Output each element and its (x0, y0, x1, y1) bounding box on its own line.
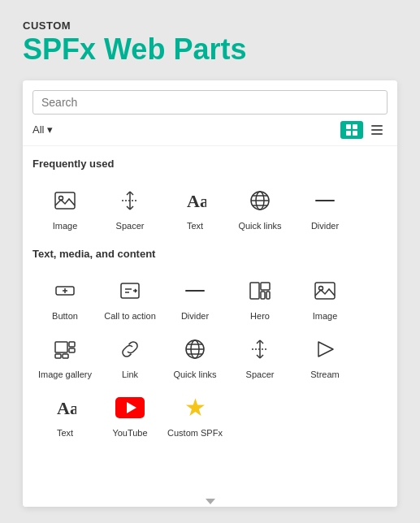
webpart-image2[interactable]: Image (292, 268, 357, 326)
svg-rect-6 (371, 133, 383, 135)
search-input[interactable] (32, 90, 388, 115)
webpart-quicklinks-label: Quick links (238, 221, 281, 231)
calltoaction-icon (114, 274, 146, 307)
panel-scroll[interactable]: Frequently used Image Spacer Aa (23, 146, 397, 494)
header-title: SPFx Web Parts (23, 33, 397, 66)
webpart-quicklinks[interactable]: Quick links (227, 178, 292, 236)
svg-rect-3 (353, 131, 357, 136)
webpart-text-label: Text (187, 221, 203, 231)
webpart-button[interactable]: Button (32, 268, 97, 326)
web-parts-panel: All ▾ (23, 80, 397, 507)
image-icon (49, 184, 81, 217)
header-label: CUSTOM (23, 19, 397, 32)
svg-rect-23 (250, 283, 259, 299)
spacer-icon (114, 184, 146, 217)
webpart-imagegallery[interactable]: Image gallery (32, 326, 97, 385)
text-media-grid: Button Call to action Divider (32, 268, 388, 444)
grid-view-toggle[interactable] (340, 121, 363, 139)
text2-icon: Aa (49, 391, 81, 424)
svg-rect-33 (63, 354, 68, 358)
webpart-spacer2-label: Spacer (246, 370, 275, 380)
panel-top: All ▾ (23, 80, 397, 146)
svg-rect-30 (69, 342, 75, 347)
svg-rect-29 (55, 342, 67, 352)
quicklinks-icon (244, 184, 276, 217)
svg-rect-0 (346, 124, 351, 129)
webpart-spacer2[interactable]: Spacer (227, 326, 292, 385)
filter-all-label: All (32, 123, 44, 136)
button-icon (49, 274, 81, 307)
frequently-used-grid: Image Spacer Aa Text (32, 178, 388, 236)
youtube-play-triangle (127, 402, 136, 413)
grid-icon (345, 123, 358, 136)
webpart-stream[interactable]: Stream (292, 326, 357, 385)
divider-icon (309, 184, 341, 217)
filter-icons (340, 121, 388, 139)
svg-rect-25 (261, 292, 265, 299)
svg-marker-45 (318, 342, 333, 357)
chevron-down-icon: ▾ (47, 123, 53, 136)
svg-rect-5 (371, 129, 383, 131)
webpart-text[interactable]: Aa Text (162, 178, 227, 236)
svg-rect-26 (266, 292, 270, 299)
svg-rect-24 (261, 283, 270, 290)
divider2-icon (179, 274, 211, 307)
webpart-spacer[interactable]: Spacer (97, 178, 162, 236)
svg-text:Aa: Aa (57, 398, 76, 418)
webpart-calltoaction-label: Call to action (104, 311, 156, 322)
image2-icon (309, 274, 341, 307)
webpart-customspfx-label: Custom SPFx (167, 428, 223, 439)
svg-rect-2 (346, 131, 351, 136)
link-icon (114, 333, 146, 365)
webpart-link[interactable]: Link (97, 326, 162, 385)
webpart-quicklinks2[interactable]: Quick links (162, 326, 227, 385)
filter-row: All ▾ (32, 121, 388, 139)
text-icon: Aa (179, 184, 211, 217)
webpart-text2-label: Text (57, 428, 73, 439)
svg-text:Aa: Aa (187, 191, 206, 211)
svg-rect-27 (315, 283, 335, 299)
webpart-youtube[interactable]: YouTube (97, 385, 162, 443)
webpart-quicklinks2-label: Quick links (173, 370, 216, 380)
webpart-spacer-label: Spacer (116, 221, 145, 231)
stream-icon (309, 333, 341, 365)
svg-marker-47 (206, 499, 215, 504)
webpart-youtube-label: YouTube (112, 428, 147, 439)
webpart-divider[interactable]: Divider (292, 178, 357, 236)
webpart-button-label: Button (52, 311, 78, 322)
imagegallery-icon (49, 333, 81, 365)
webpart-image[interactable]: Image (32, 178, 97, 236)
webpart-link-label: Link (122, 370, 138, 380)
quicklinks2-icon (179, 333, 211, 365)
webpart-image2-label: Image (313, 311, 338, 322)
star-icon: ★ (184, 395, 206, 420)
scroll-down-icon (204, 497, 217, 505)
section-frequently-used-label: Frequently used (32, 158, 388, 170)
svg-rect-1 (353, 124, 357, 129)
svg-rect-32 (55, 354, 61, 358)
webpart-customspfx[interactable]: ★ Custom SPFx (162, 385, 227, 443)
filter-all-dropdown[interactable]: All ▾ (32, 123, 53, 136)
webpart-divider2-label: Divider (181, 311, 209, 322)
webpart-calltoaction[interactable]: Call to action (97, 268, 162, 326)
list-icon (370, 123, 383, 136)
youtube-icon (114, 391, 146, 424)
webpart-text2[interactable]: Aa Text (32, 385, 97, 443)
webpart-image-label: Image (53, 221, 78, 231)
webpart-hero-label: Hero (250, 311, 270, 322)
svg-rect-4 (371, 125, 383, 127)
page-wrapper: CUSTOM SPFx Web Parts All ▾ (0, 0, 420, 523)
svg-rect-31 (69, 348, 75, 352)
webpart-stream-label: Stream (310, 370, 339, 380)
spacer2-icon (244, 333, 276, 365)
hero-icon (244, 274, 276, 307)
webpart-imagegallery-label: Image gallery (38, 370, 92, 380)
svg-rect-7 (55, 192, 75, 209)
webpart-hero[interactable]: Hero (227, 268, 292, 326)
section-text-media-label: Text, media, and content (32, 248, 388, 260)
customspfx-icon: ★ (179, 391, 211, 424)
scroll-indicator (23, 494, 397, 507)
list-view-toggle[interactable] (366, 121, 388, 139)
webpart-divider2[interactable]: Divider (162, 268, 227, 326)
webpart-divider-label: Divider (311, 221, 339, 231)
